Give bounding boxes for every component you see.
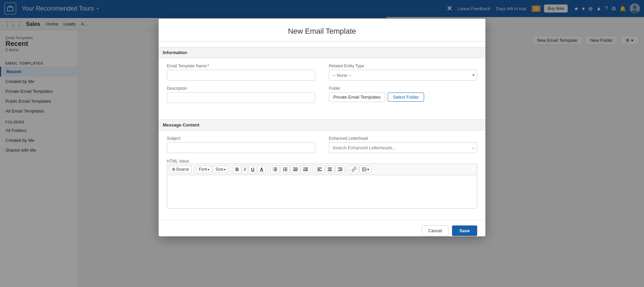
message-content-section: Message Content Subject Enhanced Letterh… [159, 114, 485, 220]
toolbar-group-source: ⊞ Source [169, 166, 194, 173]
outdent-button[interactable] [291, 166, 300, 173]
size-dropdown-button[interactable]: Size ▾ [213, 166, 228, 173]
font-dropdown-button[interactable]: Font ▾ [196, 166, 212, 173]
folder-label: Folder [329, 86, 477, 91]
svg-rect-26 [328, 169, 331, 170]
size-dropdown-icon: ▾ [224, 168, 226, 171]
svg-rect-20 [305, 169, 308, 170]
svg-rect-18 [293, 170, 298, 171]
svg-rect-30 [338, 170, 342, 171]
svg-rect-15 [285, 170, 287, 171]
toolbar-group-insert: ▾ [349, 166, 373, 173]
folder-display: Private Email Templates Select Folder [329, 92, 477, 102]
svg-point-12 [283, 169, 284, 170]
toolbar-group-align [315, 166, 347, 173]
html-value-container: HTML Value ⊞ Source Font ▾ [167, 158, 477, 209]
related-entity-type-field: Related Entity Type -- None -- ▾ [329, 64, 477, 81]
svg-rect-27 [327, 170, 332, 171]
modal-overlay: New Email Template Information Email Tem… [0, 0, 644, 287]
svg-point-10 [283, 168, 284, 169]
font-dropdown-icon: ▾ [208, 168, 209, 171]
source-icon: ⊞ [172, 167, 175, 172]
svg-rect-24 [317, 170, 322, 171]
description-label: Description [167, 86, 315, 91]
modal-footer: Cancel Save [159, 220, 485, 236]
enhanced-letterhead-input[interactable] [329, 142, 477, 153]
information-section: Information Email Template Name* Related… [159, 41, 485, 114]
required-star: * [207, 64, 209, 68]
svg-rect-28 [338, 168, 342, 168]
subject-input[interactable] [167, 142, 315, 153]
related-entity-type-label: Related Entity Type [329, 64, 477, 68]
svg-rect-16 [293, 168, 298, 168]
new-email-template-modal: New Email Template Information Email Tem… [159, 19, 485, 236]
unordered-list-button[interactable] [280, 166, 290, 173]
svg-rect-22 [317, 168, 322, 168]
toolbar-group-list: 1 2 3 [270, 166, 313, 173]
form-row-1: Email Template Name* Related Entity Type… [167, 64, 477, 81]
form-row-subject: Subject Enhanced Letterhead ⌕ [167, 136, 477, 153]
form-row-html: HTML Value ⊞ Source Font ▾ [167, 158, 477, 209]
subject-label: Subject [167, 136, 315, 141]
svg-rect-23 [317, 169, 320, 170]
related-entity-type-wrapper: -- None -- ▾ [329, 70, 477, 81]
editor-toolbar: ⊞ Source Font ▾ Size ▾ [167, 164, 477, 175]
save-button[interactable]: Save [452, 225, 477, 236]
source-label: Source [176, 167, 189, 172]
font-color-label: A [260, 167, 263, 172]
email-template-name-input[interactable] [167, 70, 315, 81]
description-field: Description [167, 86, 315, 103]
search-icon: ⌕ [472, 145, 474, 150]
align-center-button[interactable] [325, 166, 335, 173]
font-color-button[interactable]: A [258, 165, 266, 173]
link-button[interactable] [349, 166, 359, 173]
svg-rect-11 [285, 168, 287, 168]
html-editor-body[interactable] [167, 175, 477, 209]
enhanced-letterhead-wrapper: ⌕ [329, 142, 477, 153]
svg-rect-25 [327, 168, 332, 168]
html-value-label: HTML Value [167, 159, 189, 164]
image-button[interactable]: ▾ [359, 166, 371, 173]
form-row-2: Description Folder Private Email Templat… [167, 86, 477, 103]
enhanced-letterhead-label: Enhanced Letterhead [329, 136, 477, 141]
align-left-button[interactable] [315, 166, 324, 173]
folder-name-box: Private Email Templates [329, 92, 385, 102]
svg-rect-4 [274, 168, 277, 168]
subject-field: Subject [167, 136, 315, 153]
modal-header: New Email Template [159, 19, 485, 41]
svg-text:3: 3 [273, 170, 274, 171]
message-content-section-header: Message Content [159, 119, 485, 131]
email-template-name-field: Email Template Name* [167, 64, 315, 81]
folder-field: Folder Private Email Templates Select Fo… [329, 86, 477, 102]
indent-button[interactable] [301, 166, 310, 173]
font-label: Font [199, 167, 207, 172]
information-section-header: Information [159, 47, 485, 58]
toolbar-group-text-format: B I U A [233, 165, 268, 173]
image-dropdown-icon: ▾ [367, 168, 369, 171]
related-entity-type-select[interactable]: -- None -- [329, 70, 477, 81]
cancel-button[interactable]: Cancel [422, 225, 448, 236]
underline-button[interactable]: U [248, 165, 257, 173]
svg-rect-19 [303, 168, 308, 168]
svg-rect-13 [285, 169, 287, 170]
email-template-name-label: Email Template Name* [167, 64, 315, 68]
italic-button[interactable]: I [242, 165, 248, 173]
svg-point-14 [283, 170, 284, 171]
svg-rect-29 [339, 169, 342, 170]
align-right-button[interactable] [335, 166, 345, 173]
svg-rect-5 [274, 169, 277, 170]
svg-rect-21 [303, 170, 308, 171]
svg-rect-17 [294, 169, 298, 170]
toolbar-group-font: Font ▾ Size ▾ [196, 166, 231, 173]
modal-title: New Email Template [167, 27, 477, 36]
source-button[interactable]: ⊞ Source [169, 166, 192, 173]
ordered-list-button[interactable]: 1 2 3 [270, 166, 280, 173]
svg-point-32 [363, 168, 364, 169]
description-input[interactable] [167, 92, 315, 103]
enhanced-letterhead-field: Enhanced Letterhead ⌕ [329, 136, 477, 153]
select-folder-button[interactable]: Select Folder [388, 92, 424, 102]
size-label: Size [215, 167, 223, 172]
bold-button[interactable]: B [233, 165, 241, 173]
svg-rect-6 [274, 170, 277, 171]
